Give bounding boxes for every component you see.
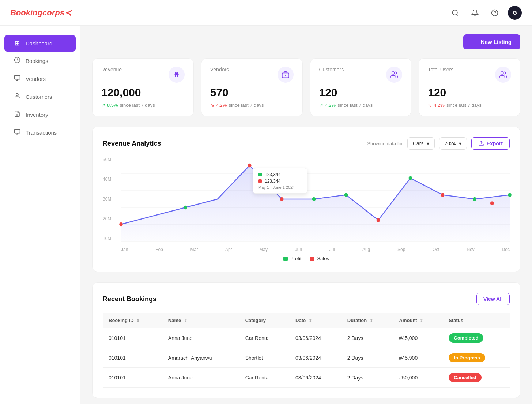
chart-area-fill [121, 165, 510, 241]
sort-icon: ⇕ [184, 318, 187, 323]
cell-category: Car Rental [239, 328, 290, 348]
cell-status: Cancelled [443, 368, 510, 388]
cell-duration: 2 Days [342, 328, 393, 348]
chart-point-profit [508, 193, 512, 197]
showing-label: Showing data for [367, 141, 403, 146]
stat-change-users: ↘ 4.2% since last 7 days [428, 102, 511, 108]
stat-label-users: Total Users [428, 67, 453, 72]
table-row: 010101 Anna June Car Rental 03/06/2024 2… [103, 328, 510, 348]
table-row: 010101 Amarachi Anyanwu Shortlet 03/06/2… [103, 348, 510, 368]
bookings-card: Recent Bookings View All Booking ID ⇕ Na… [92, 282, 520, 398]
cell-amount: #45,900 [393, 348, 443, 368]
legend-label-profit: Profit [290, 256, 301, 261]
chart-point-profit [473, 197, 476, 201]
cell-date: 03/06/2024 [290, 348, 342, 368]
vendors-icon [13, 75, 21, 83]
stat-change-vendors: ↘ 4.2% since last 7 days [210, 102, 294, 108]
sidebar-item-bookings[interactable]: Bookings [4, 52, 76, 70]
sidebar-label-dashboard: Dashboard [26, 40, 52, 46]
stat-change-text-users: since last 7 days [446, 102, 482, 108]
cell-amount: #45,000 [393, 328, 443, 348]
chart-point-profit [409, 176, 412, 180]
tooltip-dot-profit [258, 173, 262, 176]
stat-card-users: Total Users 120 ↘ 4.2% since last 7 days [419, 58, 520, 116]
cell-status: Completed [443, 328, 510, 348]
sort-icon: ⇕ [136, 318, 140, 323]
export-button[interactable]: Export [471, 137, 510, 150]
view-all-button[interactable]: View All [476, 293, 510, 305]
chart-svg-area: 123,344 123,344 May 1 - June 1 2024 [121, 157, 510, 241]
stat-label-revenue: Revenue [101, 67, 122, 72]
sidebar: ⊞ Dashboard Bookings Vendors Customers [0, 26, 80, 404]
sidebar-item-inventory[interactable]: Inventory [4, 106, 76, 123]
col-booking-id: Booking ID ⇕ [103, 313, 162, 328]
bookings-table: Booking ID ⇕ Name ⇕ Category Date ⇕ Dura… [103, 313, 510, 388]
chart-container: 50M 40M 30M 20M 10M [103, 157, 510, 252]
cell-category: Car Rental [239, 368, 290, 388]
arrow-down-icon: ↘ [210, 102, 214, 108]
year-select[interactable]: 2024 ▾ [439, 137, 467, 150]
svg-point-19 [392, 72, 395, 74]
new-listing-label: New Listing [481, 39, 512, 45]
search-icon[interactable] [449, 6, 462, 19]
col-duration: Duration ⇕ [342, 313, 393, 328]
cell-category: Shortlet [239, 348, 290, 368]
category-select[interactable]: Cars ▾ [407, 137, 435, 150]
sidebar-item-dashboard[interactable]: ⊞ Dashboard [4, 35, 76, 52]
sidebar-item-transactions[interactable]: Transactions [4, 124, 76, 141]
new-listing-button[interactable]: New Listing [463, 34, 520, 49]
chart-x-labels: Jan Feb Mar Apr May Jun Jul Aug Sep Oct … [121, 247, 510, 252]
analytics-card: Revenue Analytics Showing data for Cars … [92, 127, 520, 272]
sort-icon: ⇕ [420, 318, 423, 323]
stat-value-users: 120 [428, 86, 511, 99]
col-date: Date ⇕ [290, 313, 342, 328]
arrow-up-icon: ↗ [101, 102, 105, 108]
chart-point-sales [119, 222, 123, 226]
analytics-controls: Showing data for Cars ▾ 2024 ▾ Export [367, 137, 510, 150]
legend-dot-profit [283, 257, 288, 261]
stat-label-vendors: Vendors [210, 67, 229, 72]
stat-icon-revenue: ₦ [169, 67, 185, 83]
chart-y-labels: 50M 40M 30M 20M 10M [103, 157, 111, 241]
logo-text: Bookingcorps [10, 8, 64, 17]
notifications-icon[interactable] [468, 6, 482, 19]
status-badge: Cancelled [449, 373, 481, 382]
chart-point-sales [248, 164, 252, 167]
sidebar-item-vendors[interactable]: Vendors [4, 70, 76, 87]
stat-header-revenue: Revenue ₦ [101, 67, 185, 83]
tooltip-dot-sales [258, 179, 262, 183]
arrow-down-icon2: ↘ [428, 102, 432, 108]
layout: ⊞ Dashboard Bookings Vendors Customers [0, 26, 532, 404]
revenue-chart [121, 157, 510, 241]
top-bar: New Listing [92, 34, 520, 49]
stat-change-pct: 4.2% [325, 102, 336, 108]
status-badge: Completed [449, 333, 483, 343]
chart-point-profit [344, 193, 348, 197]
stat-label-customers: Customers [319, 67, 344, 72]
svg-line-1 [457, 14, 458, 15]
svg-rect-5 [15, 75, 20, 79]
sidebar-item-customers[interactable]: Customers [4, 88, 76, 105]
analytics-header: Revenue Analytics Showing data for Cars … [103, 137, 510, 150]
stat-change-text-revenue: since last 7 days [120, 102, 155, 108]
category-selected: Cars [413, 141, 424, 146]
chart-point-sales [441, 193, 445, 197]
header-actions: G [449, 6, 522, 20]
cell-booking-id: 010101 [103, 328, 162, 348]
sidebar-label-transactions: Transactions [26, 130, 57, 136]
stat-card-revenue: Revenue ₦ 120,000 ↗ 8.5% since last 7 da… [92, 58, 194, 116]
stat-header-users: Total Users [428, 67, 511, 83]
dashboard-icon: ⊞ [13, 40, 21, 47]
export-label: Export [487, 141, 503, 146]
chart-point-profit [312, 197, 316, 201]
col-status: Status [443, 313, 510, 328]
user-avatar[interactable]: G [508, 6, 522, 20]
stat-value-customers: 120 [319, 86, 403, 99]
help-icon[interactable] [488, 6, 501, 19]
table-header: Booking ID ⇕ Name ⇕ Category Date ⇕ Dura… [103, 313, 510, 328]
sidebar-label-vendors: Vendors [26, 76, 46, 82]
sidebar-label-bookings: Bookings [26, 58, 48, 64]
col-name: Name ⇕ [162, 313, 239, 328]
chevron-down-icon2: ▾ [459, 141, 461, 146]
stat-change-pct: 8.5% [107, 102, 118, 108]
